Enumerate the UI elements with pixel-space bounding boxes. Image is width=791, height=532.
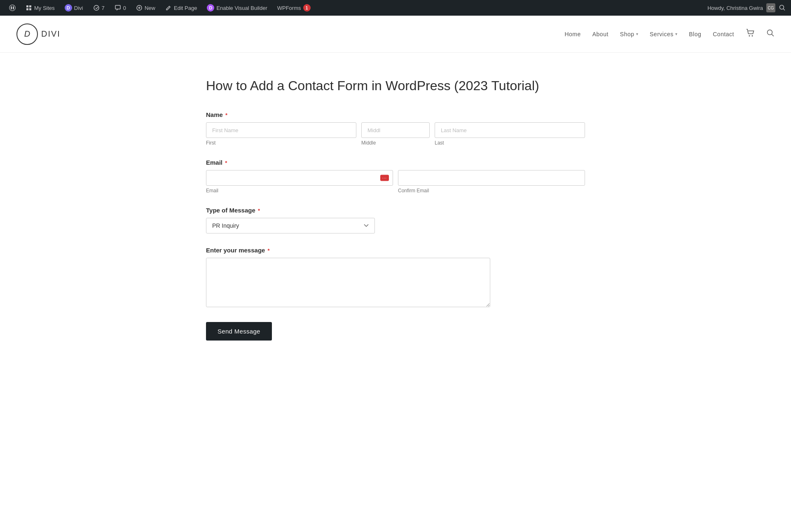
nav-search-icon[interactable] xyxy=(766,29,775,39)
nav-blog-label: Blog xyxy=(689,31,701,37)
wordpress-icon xyxy=(9,5,16,11)
edit-page-icon xyxy=(165,5,172,11)
admin-bar-left: My Sites D Divi 7 0 New xyxy=(5,0,707,16)
svg-rect-4 xyxy=(26,5,28,7)
nav-shop-chevron: ▾ xyxy=(636,32,639,36)
svg-point-12 xyxy=(749,35,750,37)
svg-point-13 xyxy=(752,35,753,37)
wpforms-badge: 1 xyxy=(303,4,311,12)
middle-name-input[interactable] xyxy=(361,122,430,138)
admin-search-icon[interactable] xyxy=(779,4,786,12)
wpforms-label: WPForms xyxy=(277,5,301,11)
nav-contact-label: Contact xyxy=(713,31,734,37)
nav-contact[interactable]: Contact xyxy=(713,31,734,37)
updates-count: 7 xyxy=(102,5,105,11)
site-logo[interactable]: D divi xyxy=(16,23,61,45)
logo-text: divi xyxy=(41,29,61,39)
cart-icon[interactable] xyxy=(746,28,755,40)
nav-shop-label: Shop xyxy=(620,31,634,37)
site-header: D divi Home About Shop ▾ Services ▾ Blog… xyxy=(0,16,791,53)
message-required: * xyxy=(268,247,270,254)
admin-bar: My Sites D Divi 7 0 New xyxy=(0,0,791,16)
divi-item[interactable]: D Divi xyxy=(61,0,87,16)
select-wrap: PR Inquiry General Inquiry Support Other xyxy=(206,218,375,233)
svg-rect-3 xyxy=(12,6,13,9)
email-input[interactable] xyxy=(206,170,393,186)
new-icon xyxy=(136,5,143,11)
name-label: Name * xyxy=(206,111,585,118)
divi-label: Divi xyxy=(74,5,83,11)
svg-rect-7 xyxy=(29,8,31,10)
name-required: * xyxy=(225,112,227,118)
first-sublabel: First xyxy=(206,140,356,146)
email-dots-icon: ··· xyxy=(380,175,389,181)
email-input-wrap: ··· Email xyxy=(206,170,393,194)
comments-icon xyxy=(115,5,121,11)
email-sublabel: Email xyxy=(206,188,393,194)
nav-shop[interactable]: Shop ▾ xyxy=(620,31,638,37)
comments-count: 0 xyxy=(123,5,126,11)
svg-point-1 xyxy=(11,6,12,9)
first-name-input[interactable] xyxy=(206,122,356,138)
name-field-group: Name * First Middle Last xyxy=(206,111,585,146)
first-name-wrap: First xyxy=(206,122,356,146)
nav-home[interactable]: Home xyxy=(564,31,580,37)
comments-item[interactable]: 0 xyxy=(110,0,130,16)
wp-logo-item[interactable] xyxy=(5,0,20,16)
updates-item[interactable]: 7 xyxy=(89,0,109,16)
howdy-text: Howdy, Christina Gwira xyxy=(707,5,763,11)
name-fields-row: First Middle Last xyxy=(206,122,585,146)
contact-form: Name * First Middle Last xyxy=(206,111,585,341)
new-item[interactable]: New xyxy=(132,0,159,16)
email-field-group: Email * ··· Email Confirm Email xyxy=(206,159,585,194)
nav-services-chevron: ▾ xyxy=(675,32,678,36)
message-type-label: Type of Message * xyxy=(206,207,585,214)
svg-rect-9 xyxy=(115,5,120,9)
divi-d-icon: D xyxy=(65,4,72,12)
email-label: Email * xyxy=(206,159,585,166)
edit-page-label: Edit Page xyxy=(174,5,197,11)
user-avatar: CG xyxy=(766,3,775,12)
type-required: * xyxy=(258,208,260,214)
site-nav: Home About Shop ▾ Services ▾ Blog Contac… xyxy=(564,28,775,40)
svg-rect-6 xyxy=(26,8,28,10)
logo-letter: D xyxy=(24,29,30,39)
message-type-group: Type of Message * PR Inquiry General Inq… xyxy=(206,207,585,233)
svg-point-14 xyxy=(768,30,772,35)
my-sites-label: My Sites xyxy=(34,5,55,11)
my-sites-item[interactable]: My Sites xyxy=(21,0,59,16)
confirm-email-input[interactable] xyxy=(398,170,585,186)
nav-services[interactable]: Services ▾ xyxy=(650,31,677,37)
middle-sublabel: Middle xyxy=(361,140,430,146)
updates-icon xyxy=(93,5,100,11)
enable-vb-label: Enable Visual Builder xyxy=(216,5,267,11)
email-fields-row: ··· Email Confirm Email xyxy=(206,170,585,194)
message-textarea[interactable] xyxy=(206,258,490,307)
message-group: Enter your message * xyxy=(206,247,585,309)
nav-services-label: Services xyxy=(650,31,674,37)
nav-home-label: Home xyxy=(564,31,580,37)
middle-name-wrap: Middle xyxy=(361,122,430,146)
submit-button[interactable]: Send Message xyxy=(206,322,272,341)
enable-vb-item[interactable]: D Enable Visual Builder xyxy=(203,0,271,16)
page-title: How to Add a Contact Form in WordPress (… xyxy=(206,77,585,95)
wpforms-item[interactable]: WPForms 1 xyxy=(273,0,315,16)
enable-vb-icon: D xyxy=(207,4,214,12)
message-type-select[interactable]: PR Inquiry General Inquiry Support Other xyxy=(206,218,375,233)
my-sites-icon xyxy=(26,5,32,11)
last-name-wrap: Last xyxy=(435,122,585,146)
svg-point-8 xyxy=(94,5,99,10)
message-label: Enter your message * xyxy=(206,247,585,254)
email-required: * xyxy=(225,160,227,166)
last-sublabel: Last xyxy=(435,140,585,146)
confirm-email-sublabel: Confirm Email xyxy=(398,188,585,194)
email-input-inner: ··· xyxy=(206,170,393,186)
nav-about[interactable]: About xyxy=(592,31,608,37)
admin-bar-right: Howdy, Christina Gwira CG xyxy=(707,3,786,12)
submit-group: Send Message xyxy=(206,322,585,341)
nav-blog[interactable]: Blog xyxy=(689,31,701,37)
logo-circle: D xyxy=(16,23,38,45)
svg-rect-5 xyxy=(29,5,31,7)
last-name-input[interactable] xyxy=(435,122,585,138)
edit-page-item[interactable]: Edit Page xyxy=(161,0,201,16)
